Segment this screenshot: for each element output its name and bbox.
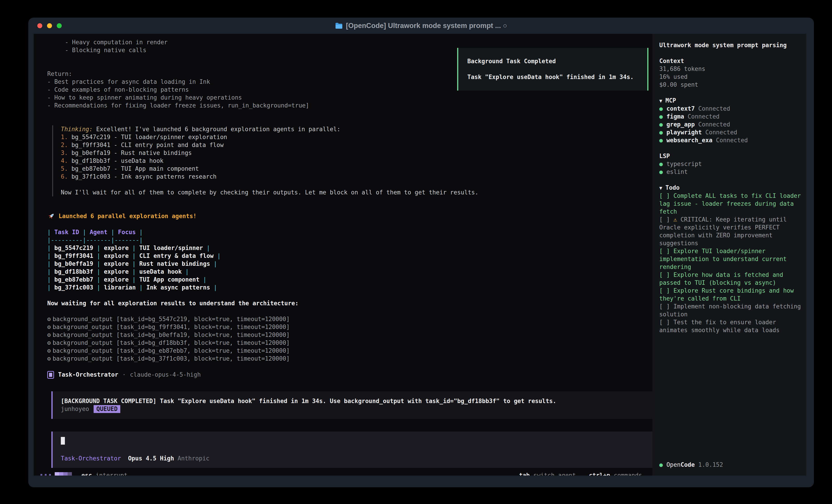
- table-row: | bg_f9ff3041 | explore | CLI entry & da…: [47, 252, 652, 260]
- announcement-text: Launched 6 parallel exploration agents!: [58, 212, 197, 220]
- status-dot-icon: ●: [659, 113, 663, 120]
- prompt-input[interactable]: Task-Orchestrator Opus 4.5 High Anthropi…: [51, 431, 652, 468]
- context-tokens: 31,686 tokens: [659, 65, 801, 73]
- status-dot-icon: ●: [659, 461, 663, 468]
- todo-item: [ ] Complete ALL tasks to fix CLI loader…: [659, 192, 801, 216]
- status-bar: esc interrupt tab switch agent ctrl+p co…: [41, 472, 642, 476]
- rocket-icon: [47, 213, 55, 220]
- tool-call-list: ⚙background_output [task_id=bg_5547c219,…: [47, 315, 652, 363]
- agent-icon: [47, 371, 54, 379]
- status-dot-icon: ●: [659, 137, 663, 144]
- output-line: - Heavy computation in render: [47, 38, 652, 46]
- mcp-section: ▼MCP ●context7 Connected●figma Connected…: [659, 96, 801, 144]
- context-heading: Context: [659, 57, 801, 65]
- input-agent: Task-Orchestrator: [61, 455, 121, 462]
- thinking-list-item: 2. bg_f9ff3041 - CLI entry point and dat…: [61, 141, 652, 149]
- gear-icon: ⚙: [47, 316, 51, 323]
- todo-section: ▼Todo [ ] Complete ALL tasks to fix CLI …: [659, 184, 801, 334]
- announcement-line: Launched 6 parallel exploration agents!: [47, 212, 652, 220]
- completed-user: junhoyeo: [61, 405, 89, 413]
- table-row: | bg_37f1c003 | librarian | Ink async pa…: [47, 284, 652, 291]
- agent-model: claude-opus-4-5-high: [130, 371, 201, 379]
- waiting-line: Now waiting for all exploration results …: [47, 300, 652, 307]
- tab-key-hint: tab: [519, 472, 530, 476]
- context-section: Context 31,686 tokens 16% used $0.00 spe…: [659, 57, 801, 89]
- tool-call-line: ⚙background_output [task_id=bg_eb87ebb7,…: [47, 347, 652, 355]
- status-dot-icon: ●: [659, 105, 663, 112]
- tool-call-line: ⚙background_output [task_id=bg_b0effa19,…: [47, 331, 652, 339]
- table-row: | bg_5547c219 | explore | TUI loader/spi…: [47, 244, 652, 252]
- todo-item: [ ] Test the fix to ensure loader animat…: [659, 318, 801, 334]
- todo-item: [ ] Explore TUI loader/spinner implement…: [659, 247, 801, 271]
- status-dot-icon: ●: [659, 121, 663, 128]
- lsp-item: ●eslint: [659, 168, 801, 176]
- todo-heading-row[interactable]: ▼Todo: [659, 184, 801, 192]
- table-row: | bg_eb87ebb7 | explore | TUI App compon…: [47, 276, 652, 284]
- table-row: | bg_df18bb3f | explore | useData hook |: [47, 268, 652, 276]
- toast-notification[interactable]: Background Task Completed Task "Explore …: [457, 48, 648, 90]
- chevron-down-icon: ▼: [659, 185, 662, 191]
- status-dot-icon: ●: [659, 168, 663, 175]
- gear-icon: ⚙: [47, 347, 51, 354]
- ctrlp-key-hint: ctrl+p: [589, 472, 610, 476]
- gear-icon: ⚙: [47, 332, 51, 338]
- session-title: Ultrawork mode system prompt parsing: [659, 41, 801, 49]
- mcp-item: ●grep_app Connected: [659, 120, 801, 129]
- status-dot-icon: ●: [659, 161, 663, 167]
- thinking-label: Thinking:: [61, 126, 93, 133]
- todo-item: [ ] ⚠ CRITICAL: Keep iterating until Ora…: [659, 216, 801, 247]
- gear-icon: ⚙: [47, 339, 51, 346]
- agent-separator: ·: [122, 371, 126, 379]
- sidebar[interactable]: Ultrawork mode system prompt parsing Con…: [652, 34, 806, 476]
- context-used: 16% used: [659, 73, 801, 81]
- mcp-item: ●context7 Connected: [659, 105, 801, 113]
- todo-item: [ ] Implement non-blocking data fetching…: [659, 303, 801, 318]
- spinner-icon: [41, 472, 72, 476]
- agent-name: Task-Orchestrator: [58, 371, 118, 379]
- input-model: Opus 4.5 High: [128, 455, 174, 462]
- app-version-footer: ●OpenCode 1.0.152: [659, 461, 723, 469]
- mcp-item: ●websearch_exa Connected: [659, 136, 801, 144]
- input-provider: Anthropic: [178, 455, 210, 462]
- terminal-content: - Heavy computation in render - Blocking…: [34, 34, 806, 476]
- tool-call-line: ⚙background_output [task_id=bg_df18bb3f,…: [47, 339, 652, 347]
- table-separator-row: |---------|-------|-------|: [47, 236, 652, 244]
- mcp-item: ●figma Connected: [659, 113, 801, 120]
- context-spent: $0.00 spent: [659, 81, 801, 89]
- app-version: 1.0.152: [698, 461, 723, 468]
- tool-call-line: ⚙background_output [task_id=bg_37f1c003,…: [47, 355, 652, 363]
- thinking-list-item: 6. bg_37f1c003 - Ink async patterns rese…: [61, 173, 652, 180]
- status-dot-icon: ●: [659, 129, 663, 136]
- completed-message: [BACKGROUND TASK COMPLETED] Task "Explor…: [61, 397, 652, 405]
- queued-badge: QUEUED: [94, 405, 120, 413]
- agents-table: | Task ID | Agent | Focus ||---------|--…: [47, 228, 652, 291]
- thinking-list-item: 3. bg_b0effa19 - Rust native bindings: [61, 149, 652, 157]
- table-row: | bg_b0effa19 | explore | Rust native bi…: [47, 260, 652, 268]
- lsp-item: ●typescript: [659, 160, 801, 168]
- gear-icon: ⚙: [47, 324, 51, 330]
- esc-key-label: interrupt: [96, 472, 128, 476]
- titlebar[interactable]: [OpenCode] Ultrawork mode system prompt …: [28, 18, 814, 34]
- thinking-list-item: 4. bg_df18bb3f - useData hook: [61, 157, 652, 165]
- text-cursor: [61, 437, 65, 445]
- lsp-heading: LSP: [659, 152, 801, 160]
- todo-item: [ ] Explore Rust core bindings and how t…: [659, 287, 801, 303]
- warning-icon: ⚠: [674, 216, 677, 223]
- folder-icon: [335, 23, 343, 29]
- ctrlp-key-label: commands: [614, 472, 642, 476]
- table-header-row: | Task ID | Agent | Focus |: [47, 228, 652, 236]
- esc-key-hint: esc: [81, 472, 92, 476]
- thinking-list-item: 5. bg_eb87ebb7 - TUI App main component: [61, 165, 652, 173]
- tab-key-label: switch agent: [534, 472, 576, 476]
- gear-icon: ⚙: [47, 355, 51, 362]
- output-line: - How to keep spinner animating during h…: [47, 94, 652, 102]
- output-line: - Recommendations for fixing loader free…: [47, 102, 652, 110]
- thinking-outro: Now I'll wait for all of them to complet…: [61, 189, 652, 196]
- mcp-heading-row[interactable]: ▼MCP: [659, 96, 801, 105]
- mcp-item: ●playwright Connected: [659, 129, 801, 136]
- thinking-intro: Thinking: Excellent! I've launched 6 bac…: [61, 125, 652, 133]
- conversation-area[interactable]: - Heavy computation in render - Blocking…: [34, 34, 652, 476]
- terminal-window: [OpenCode] Ultrawork mode system prompt …: [28, 18, 814, 487]
- tool-call-line: ⚙background_output [task_id=bg_5547c219,…: [47, 315, 652, 323]
- todo-item: [ ] Explore how data is fetched and pass…: [659, 271, 801, 287]
